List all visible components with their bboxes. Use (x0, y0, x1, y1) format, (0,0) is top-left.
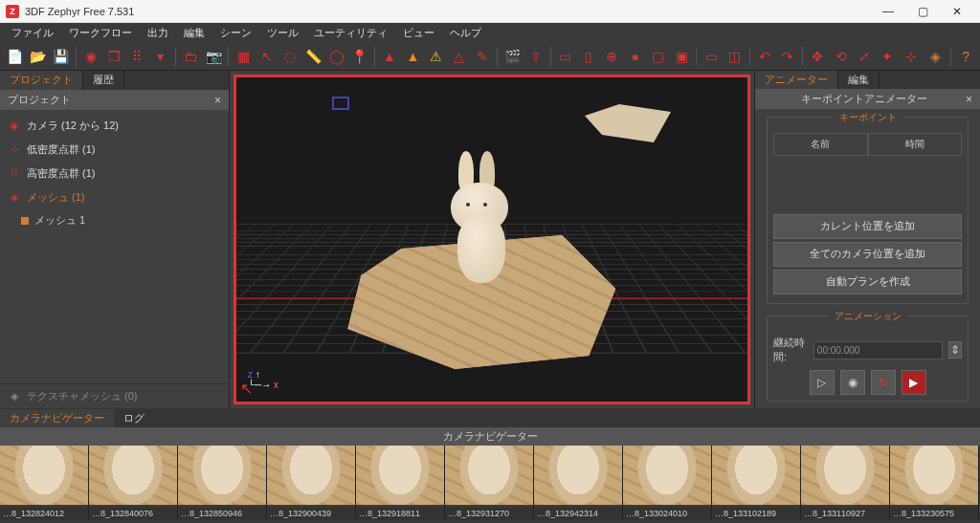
lasso-icon[interactable]: ◯ (325, 45, 346, 68)
panel2-icon[interactable]: ▯ (578, 45, 599, 68)
col-time[interactable]: 時間 (868, 133, 963, 156)
movie-icon[interactable]: 🎬 (501, 45, 523, 68)
cube-dots-icon[interactable]: ⠿ (126, 45, 147, 68)
save-icon[interactable]: 💾 (51, 45, 72, 68)
loop-button[interactable]: ↻ (871, 370, 896, 395)
tree-label: テクスチャメッシュ (0) (27, 389, 138, 403)
rect-select-icon[interactable]: ▭ (701, 45, 722, 68)
tab-camera-navigator[interactable]: カメラナビゲーター (0, 409, 114, 427)
duration-stepper-icon[interactable]: ⇕ (948, 341, 962, 359)
thumbnail-label: …8_133230575 (890, 507, 978, 520)
add-all-cameras-button[interactable]: 全てのカメラ位置を追加 (773, 242, 962, 267)
tree-dense[interactable]: ⠿ 高密度点群 (1) (0, 162, 229, 185)
menu-tool[interactable]: ツール (259, 24, 306, 42)
menu-export[interactable]: 出力 (140, 24, 176, 42)
autoplan-button[interactable]: 自動プランを作成 (773, 270, 962, 294)
axis-icon[interactable]: ⊹ (900, 45, 921, 68)
folder-icon[interactable]: 🗀 (180, 45, 201, 68)
cube-orient-icon[interactable]: ◈ (925, 45, 947, 68)
gizmo-icon[interactable]: ✦ (877, 45, 898, 68)
grid-icon[interactable]: ▦ (233, 45, 254, 68)
mesh-tri-icon[interactable]: ▲ (379, 45, 400, 68)
add-current-button[interactable]: カレント位置を追加 (773, 214, 962, 239)
undo-icon[interactable]: ↶ (754, 45, 775, 68)
thumbnail-image (89, 446, 177, 505)
tab-animator[interactable]: アニメーター (755, 71, 838, 89)
chevron-down-icon[interactable]: ▾ (150, 45, 171, 68)
thumbnail-image (712, 446, 800, 505)
play-button[interactable]: ▷ (810, 370, 835, 395)
tab-history[interactable]: 履歴 (83, 71, 124, 90)
open-icon[interactable]: 📂 (27, 45, 48, 68)
panel-icon[interactable]: ▭ (555, 45, 576, 68)
pause-button[interactable]: ◉ (840, 370, 865, 395)
close-button[interactable]: ✕ (940, 1, 974, 22)
menu-workflow[interactable]: ワークフロー (61, 24, 140, 42)
cube-red-icon[interactable]: ◉ (80, 45, 101, 68)
camera-thumbnail[interactable]: …8_132824012 (0, 446, 89, 520)
project-panel-header: プロジェクト × (0, 90, 229, 110)
rotate-icon[interactable]: ⟲ (831, 45, 852, 68)
duration-input[interactable] (813, 341, 943, 360)
help-icon[interactable]: ? (955, 45, 976, 68)
crop-icon[interactable]: ◫ (724, 45, 746, 68)
camera-thumbnail[interactable]: …8_132900439 (267, 446, 356, 520)
close-panel-icon[interactable]: × (966, 93, 972, 106)
camera-thumbnail[interactable]: …8_133024010 (623, 446, 712, 520)
maximize-button[interactable]: ▢ (905, 1, 940, 22)
camera-thumbnail[interactable]: …8_132942314 (534, 446, 623, 520)
thumbnail-image (623, 446, 711, 505)
tree-mesh-child[interactable]: メッシュ 1 (0, 209, 229, 231)
close-panel-icon[interactable]: × (214, 94, 221, 107)
camera-thumbnail[interactable]: …8_133110927 (801, 446, 890, 520)
tab-edit-right[interactable]: 編集 (838, 71, 880, 89)
record-button[interactable]: ▶ (902, 370, 926, 395)
mesh-colored-icon[interactable]: ▲ (402, 45, 423, 68)
separator (749, 47, 750, 66)
select-tri-icon[interactable]: △ (449, 45, 470, 68)
tree-cameras[interactable]: ◉ カメラ (12 から 12) (0, 114, 229, 138)
cube-layers-icon[interactable]: ❒ (103, 45, 124, 68)
select-mode-icon[interactable]: ↖ (240, 380, 253, 398)
camera-thumbnail[interactable]: …8_133230575 (890, 446, 979, 520)
menu-help[interactable]: ヘルプ (442, 24, 489, 42)
thumbnail-strip[interactable]: …8_132824012…8_132840076…8_132850946…8_1… (0, 446, 980, 520)
warn-icon[interactable]: ⚠ (425, 45, 446, 68)
col-name[interactable]: 名前 (773, 133, 868, 156)
menu-edit[interactable]: 編集 (176, 24, 212, 42)
camera-thumbnail[interactable]: …8_132918811 (356, 446, 445, 520)
camera-icon[interactable]: 📷 (203, 45, 224, 68)
separator (497, 47, 498, 66)
ruler-icon[interactable]: 📏 (302, 45, 323, 68)
box-icon[interactable]: ▢ (648, 45, 669, 68)
box-fill-icon[interactable]: ▣ (671, 45, 692, 68)
tree-mesh[interactable]: ◈ メッシュ (1) (0, 185, 229, 209)
separator (550, 47, 551, 66)
menu-utility[interactable]: ユーティリティ (306, 24, 395, 42)
pin-icon[interactable]: 📍 (349, 45, 370, 68)
tree-sparse[interactable]: ⊹ 低密度点群 (1) (0, 138, 229, 162)
circle-dashed-icon[interactable]: ◌ (279, 45, 301, 68)
tab-log[interactable]: ログ (114, 409, 154, 427)
menu-scene[interactable]: シーン (212, 24, 259, 42)
menu-view[interactable]: ビュー (395, 24, 442, 42)
scale-icon[interactable]: ⤢ (854, 45, 875, 68)
camera-thumbnail[interactable]: …8_133102189 (712, 446, 801, 520)
tab-project[interactable]: プロジェクト (0, 71, 83, 90)
keyframe-list[interactable] (773, 156, 962, 211)
viewport-3d[interactable]: z ↑ └─→ x ↖ (234, 75, 750, 404)
tree-texmesh[interactable]: ◈ テクスチャメッシュ (0) (0, 383, 229, 408)
menu-file[interactable]: ファイル (4, 24, 61, 42)
globe-solid-icon[interactable]: ● (625, 45, 646, 68)
move-icon[interactable]: ✥ (807, 45, 828, 68)
new-icon[interactable]: 📄 (4, 45, 25, 68)
cursor-icon[interactable]: ↖ (256, 45, 278, 68)
camera-thumbnail[interactable]: …8_132931270 (445, 446, 534, 520)
minimize-button[interactable]: — (871, 1, 905, 22)
share-icon[interactable]: ⇪ (525, 45, 546, 68)
camera-thumbnail[interactable]: …8_132840076 (89, 446, 178, 520)
globe-wire-icon[interactable]: ⊕ (601, 45, 622, 68)
pencil-icon[interactable]: ✎ (472, 45, 493, 68)
camera-thumbnail[interactable]: …8_132850946 (178, 446, 267, 520)
redo-icon[interactable]: ↷ (777, 45, 798, 68)
